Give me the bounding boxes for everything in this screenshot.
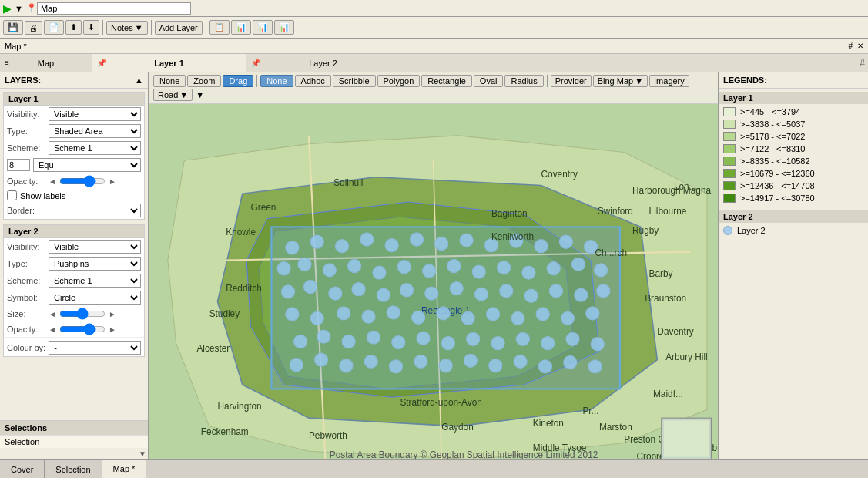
layer2-visibility-row: Visibility: Visible (4, 238, 144, 255)
play-button[interactable]: ▶ (3, 2, 12, 15)
pushpin-55 (294, 335, 307, 348)
legend-label-4: >=8335 - <=10582 (740, 157, 810, 166)
icon-btn-4[interactable]: 📊 (274, 20, 294, 35)
selections-bar[interactable]: Selections (0, 420, 148, 435)
tool-adhoc-btn[interactable]: Adhoc (295, 75, 331, 87)
pushpin-70 (340, 359, 353, 372)
layer1-scheme-select[interactable]: Scheme 1 (49, 141, 141, 155)
layer2-type-select[interactable]: Pushpins (49, 257, 141, 271)
tool-radius-btn[interactable]: Radius (504, 75, 543, 87)
pushpin-64 (516, 332, 529, 345)
tool-scribble-btn[interactable]: Scribble (333, 75, 376, 87)
icon-btn-3[interactable]: 📊 (253, 20, 273, 35)
layer2-size-slider[interactable] (59, 308, 106, 320)
layer2-size-label: Size: (7, 309, 45, 318)
map-title-input[interactable] (37, 2, 191, 15)
pushpin-41 (597, 284, 610, 298)
imagery-dropdown[interactable]: Imagery (649, 75, 689, 87)
scroll-down-arrow[interactable]: ▼ (139, 449, 146, 458)
pushpin-73 (414, 355, 427, 368)
tool-oval-btn[interactable]: Oval (474, 75, 504, 87)
layer2-opacity-left[interactable]: ◄ (49, 325, 56, 334)
tab-layer1[interactable]: 📌 Layer 1 (92, 54, 246, 72)
tool-zoom-btn[interactable]: Zoom (187, 75, 221, 87)
size-left-arrow[interactable]: ◄ (49, 310, 56, 318)
tab-layer2-icon: 📌 (251, 59, 260, 67)
legend-label-6: >=12436 - <=14708 (740, 181, 815, 190)
layer1-border-select[interactable] (49, 204, 141, 217)
place-harvington: Harvington (217, 401, 261, 412)
layer2-colour-select[interactable]: - (49, 341, 141, 355)
layer2-symbol-select[interactable]: Circle (49, 291, 141, 305)
legend-label-0: >=445 - <=3794 (740, 107, 800, 116)
add-layer-button[interactable]: Add Layer (155, 21, 203, 35)
up-button[interactable]: ⬆ (65, 20, 82, 35)
tool-none2-btn[interactable]: None (260, 75, 293, 87)
close-title-button[interactable]: ✕ (857, 42, 863, 50)
left-scroll: ▼ (0, 448, 148, 459)
type-label: Type: (7, 126, 45, 136)
layers-content: Layer 1 Visibility: Visible Type: Shaded… (0, 89, 148, 420)
tab-map-icon: ≡ (5, 59, 9, 67)
new-button[interactable]: 📄 (44, 20, 64, 35)
legend-color-box-6 (723, 181, 736, 190)
road-dropdown[interactable]: Road ▼ (153, 89, 193, 101)
layer1-scheme-row: Scheme: Scheme 1 (4, 140, 144, 157)
icon-btn-2[interactable]: 📊 (231, 20, 251, 35)
notes-button[interactable]: Notes ▼ (106, 21, 148, 35)
print-button[interactable]: 🖨 (25, 21, 42, 35)
tab-map[interactable]: ≡ Map (0, 54, 92, 72)
icon-btn-1[interactable]: 📋 (209, 20, 230, 35)
layer2-opacity-right[interactable]: ► (109, 325, 116, 334)
bottom-tab-cover[interactable]: Cover (0, 460, 45, 478)
size-right-arrow[interactable]: ► (109, 310, 116, 318)
legend-item-4: >=8335 - <=10582 (719, 155, 868, 167)
layer2-opacity-slider[interactable] (59, 323, 106, 335)
pushpin-31 (352, 283, 365, 296)
pushpin-25 (547, 262, 560, 275)
tool-rectangle-btn[interactable]: Rectangle (421, 75, 472, 87)
pin-title-button[interactable]: # (848, 42, 853, 50)
layer2-section: Layer 2 Visibility: Visible Type: Pushpi… (3, 224, 145, 357)
tool-polygon-btn[interactable]: Polygon (377, 75, 421, 87)
place-barby: Barby (649, 268, 673, 279)
layer2-symbol-row: Symbol: Circle (4, 289, 144, 306)
tool-none1-btn[interactable]: None (153, 75, 186, 87)
pushpin-51 (511, 311, 524, 325)
layer1-visibility-select[interactable]: Visible (49, 107, 141, 121)
save-button[interactable]: 💾 (3, 20, 23, 35)
provider-dropdown[interactable]: Provider (551, 75, 592, 87)
layer1-type-select[interactable]: Shaded Area (49, 124, 141, 138)
map-scroll-right[interactable]: ▼ (196, 90, 204, 99)
tab-layer2[interactable]: 📌 Layer 2 (246, 54, 400, 72)
layer2-visibility-select[interactable]: Visible (49, 240, 141, 254)
road-label: Road (158, 90, 178, 99)
pushpin-75 (464, 354, 477, 367)
pushpin-39 (549, 284, 562, 298)
layers-scroll-up[interactable]: ▲ (135, 76, 143, 85)
tab-pin-button[interactable]: # (860, 58, 865, 69)
pushpin-16 (323, 264, 336, 277)
opacity-right-arrow[interactable]: ► (109, 177, 116, 186)
pushpin-43 (310, 311, 323, 325)
bottom-tab-map[interactable]: Map * (102, 460, 147, 478)
layer1-num-input[interactable] (7, 159, 30, 171)
separator3 (206, 20, 206, 35)
tool-drag-btn[interactable]: Drag (223, 75, 253, 87)
pushpin-68 (290, 358, 303, 372)
layer1-equ-select[interactable]: Equ (33, 158, 141, 172)
pushpin-28 (281, 285, 294, 298)
show-labels-checkbox[interactable] (7, 190, 17, 200)
bing-map-dropdown[interactable]: Bing Map ▼ (593, 75, 648, 87)
layer2-scheme-select[interactable]: Scheme 1 (49, 274, 141, 288)
pushpin-21 (447, 259, 461, 272)
pushpin-12 (559, 235, 572, 248)
legend-item-2: >=5178 - <=7022 (719, 130, 868, 143)
down-button[interactable]: ⬇ (83, 20, 99, 35)
layer1-opacity-slider[interactable] (59, 175, 106, 187)
opacity-left-arrow[interactable]: ◄ (49, 177, 56, 186)
place-lilbourne: Lilbourne (649, 206, 687, 217)
separator2 (151, 20, 152, 35)
bottom-tab-selection[interactable]: Selection (45, 460, 102, 478)
legend-label-1: >=3838 - <=5037 (740, 120, 805, 129)
